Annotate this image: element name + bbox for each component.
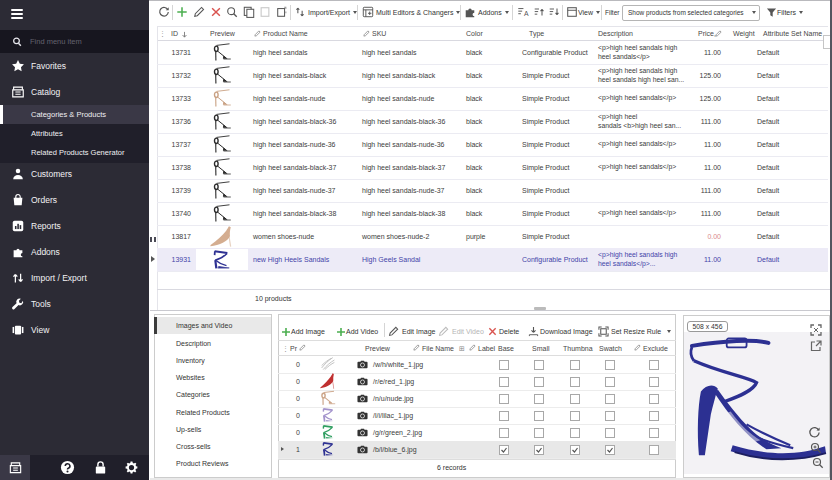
svg-text:A: A <box>524 10 529 17</box>
